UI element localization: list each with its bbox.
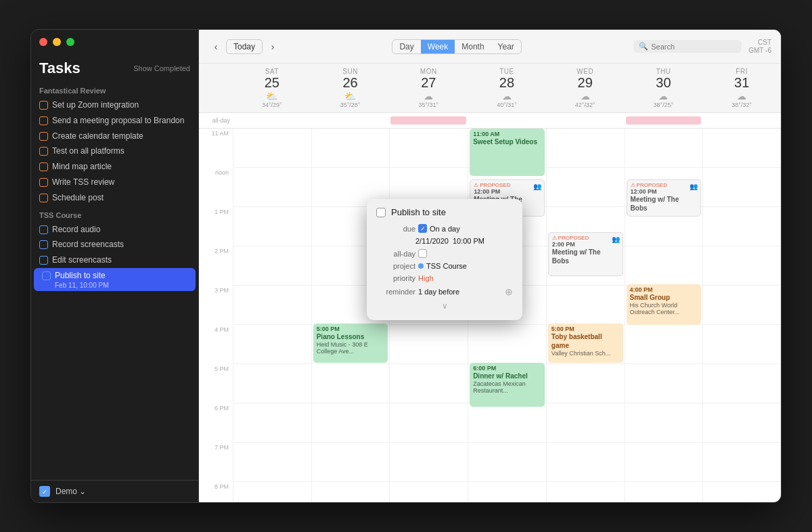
task-checkbox[interactable] [39,132,48,141]
task-text: Create calendar template [52,131,143,142]
footer-user-label[interactable]: Demo ⌄ [55,487,86,496]
task-checkbox[interactable] [42,271,51,280]
day-column-4[interactable]: ⚠ PROPOSED 2:00 PM Meeting w/ The Bobs 👥… [546,129,625,502]
popover-title-row: Publish to site [376,207,513,217]
show-completed-button[interactable]: Show Completed [133,64,190,72]
task-checkbox[interactable] [39,178,48,187]
day-header-0[interactable]: SAT 25 ⛅ 34°/29° [233,64,311,112]
project-color-dot [418,263,424,269]
day-header-3[interactable]: TUE 28 ☁ 40°/31° [468,64,546,112]
view-switcher: Day Week Month Year [392,39,521,54]
hour-line [547,443,625,482]
close-button[interactable] [39,38,47,46]
popover-reminder-value[interactable]: 1 day before [418,288,459,296]
day-header-5[interactable]: THU 30 ☁ 38°/25° [625,64,703,112]
day-header-1[interactable]: SUN 26 ⛅ 35°/28° [311,64,390,112]
task-item[interactable]: Set up Zoom integration [31,97,198,113]
popover-due-checkbox[interactable] [418,224,427,233]
event-time: 5:00 PM [317,326,385,332]
hour-line [703,403,781,443]
task-item[interactable]: Record audio [31,222,198,238]
task-checkbox[interactable] [39,116,48,125]
popover-allday-checkbox[interactable] [418,249,427,258]
task-item[interactable]: Record screencasts [31,237,198,252]
day-header-6[interactable]: FRI 31 ☁ 38°/32° [702,64,781,112]
hour-line [233,482,311,502]
hour-line [547,403,625,443]
day-view-button[interactable]: Day [392,40,420,53]
day-header-4[interactable]: WED 29 ☁ 42°/32° [546,64,625,112]
search-input[interactable] [651,43,732,51]
task-checkbox[interactable] [39,194,48,202]
task-text: Test on all platforms [52,146,125,157]
month-view-button[interactable]: Month [455,40,491,53]
task-item[interactable]: Mind map article [31,159,198,175]
task-checkbox[interactable] [39,147,48,156]
time-slot: 11 AM [199,129,233,168]
hour-line [468,482,546,502]
event-sub: His Church World Outreach Center... [630,302,698,315]
all-day-event-thu[interactable] [626,116,702,125]
calendar-event[interactable]: ⚠ PROPOSED 2:00 PM Meeting w/ The Bobs 👥 [548,232,623,276]
task-item[interactable]: Write TSS review [31,175,198,190]
hour-line [233,246,311,286]
task-item[interactable]: Test on all platforms [31,143,198,159]
hour-line [233,364,311,403]
popover-chevron-icon: ∨ [376,301,513,311]
popover-project-value[interactable]: TSS Course [426,262,467,270]
task-item[interactable]: Publish to siteFeb 11, 10:00 PM [34,268,196,291]
task-item[interactable]: Create calendar template [31,129,198,144]
day-column-6[interactable] [702,129,781,502]
time-label-column: 11 AMnoon1 PM2 PM3 PM4 PM5 PM6 PM7 PM8 P… [199,129,233,502]
hour-line [390,443,468,482]
popover-date[interactable]: 2/11/2020 [415,237,449,245]
minimize-button[interactable] [53,38,61,46]
day-column-5[interactable]: ⚠ PROPOSED 12:00 PM Meeting w/ The Bobs … [625,129,703,502]
task-checkbox[interactable] [39,162,48,171]
task-checkbox[interactable] [39,225,48,234]
task-text: Edit screencasts [52,254,112,266]
calendar-event[interactable]: 11:00 AM Sweet Setup Videos [470,129,545,176]
day-column-0[interactable] [233,129,311,502]
hour-line [625,325,703,364]
next-button[interactable]: › [265,39,280,54]
calendar-event[interactable]: ⚠ PROPOSED 12:00 PM Meeting w/ The Bobs … [627,179,702,217]
day-number: 26 [311,75,390,91]
task-item[interactable]: Schedule post [31,190,198,206]
popover-time[interactable]: 10:00 PM [453,237,484,245]
hour-line [312,403,390,443]
day-header-2[interactable]: MON 27 ☁ 35°/31° [389,64,468,112]
all-day-event[interactable] [390,116,466,125]
year-view-button[interactable]: Year [491,40,521,53]
popover-task-checkbox[interactable] [376,208,386,217]
hour-line [233,443,311,482]
search-box[interactable]: 🔍 [633,40,742,53]
task-checkbox[interactable] [39,101,48,110]
prev-button[interactable]: ‹ [208,39,223,54]
all-day-wed [546,113,625,128]
calendar-event[interactable]: 6:00 PM Dinner w/ Rachel Zacatecas Mexic… [470,363,545,407]
today-button[interactable]: Today [226,39,263,54]
week-view-button[interactable]: Week [421,40,455,53]
task-checkbox[interactable] [39,256,48,265]
hour-line [703,286,781,325]
task-item[interactable]: Send a meeting proposal to Brandon [31,113,198,129]
popover-priority-value[interactable]: High [418,274,434,282]
hour-line [390,482,468,502]
maximize-button[interactable] [66,38,74,46]
hour-line [625,129,703,168]
event-title: Toby basketball game [551,332,620,350]
add-reminder-button[interactable]: ⊕ [505,286,513,297]
event-sub: Zacatecas Mexican Restaurant... [473,380,541,394]
calendar-event[interactable]: 5:00 PM Piano Lessons Heid Music - 308 E… [313,324,388,363]
search-icon: 🔍 [639,42,648,51]
hour-line [468,443,546,482]
task-text: Send a meeting proposal to Brandon [52,115,184,127]
calendar-event[interactable]: 4:00 PM Small Group His Church World Out… [627,284,702,325]
task-checkbox[interactable] [39,240,48,249]
time-slot: 1 PM [199,207,233,246]
task-item[interactable]: Edit screencasts [31,252,198,268]
calendar-event[interactable]: 5:00 PM Toby basketball game Valley Chri… [548,324,623,363]
event-title: Meeting w/ The Bobs [631,195,698,213]
hour-line [312,443,390,482]
